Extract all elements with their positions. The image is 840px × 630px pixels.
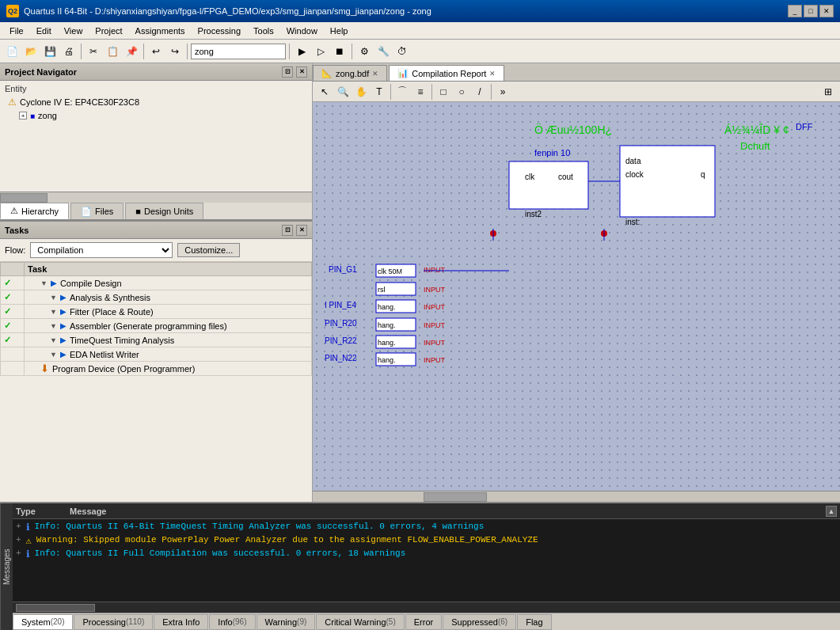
copy-button[interactable]: 📋 xyxy=(104,43,121,60)
expand-triangle[interactable]: ▼ xyxy=(50,294,57,302)
expand-triangle[interactable]: ▼ xyxy=(50,351,57,359)
report-tab-close[interactable]: ✕ xyxy=(489,70,496,78)
table-row[interactable]: ✓ ▼ ▶ Compile Design xyxy=(1,276,312,290)
canvas-scroll-thumb[interactable] xyxy=(424,492,487,502)
customize-button[interactable]: Customize... xyxy=(177,243,240,257)
menu-processing[interactable]: Processing xyxy=(192,25,247,37)
pan-tool[interactable]: ✋ xyxy=(352,83,370,101)
line-tool[interactable]: / xyxy=(471,83,488,101)
entity-section: Entity ⚠ Cyclone IV E: EP4CE30F23C8 + ■ … xyxy=(0,81,312,125)
btm-tab-flag[interactable]: Flag xyxy=(517,614,551,630)
tasks-close-button[interactable]: ✕ xyxy=(296,225,307,236)
stop-button[interactable]: ⏹ xyxy=(331,43,348,60)
nav-close-button[interactable]: ✕ xyxy=(296,66,307,78)
paste-button[interactable]: 📌 xyxy=(123,43,140,60)
layout-tool[interactable]: ⊞ xyxy=(819,83,837,101)
expand-triangle[interactable]: ▼ xyxy=(50,336,57,344)
table-row[interactable]: ✓ ▼ ▶ Fitter (Place & Route) xyxy=(1,305,312,319)
btm-tab-error[interactable]: Error xyxy=(405,614,442,630)
menu-window[interactable]: Window xyxy=(280,25,324,37)
canvas-hscroll[interactable] xyxy=(313,491,840,502)
bdf-tab-close[interactable]: ✕ xyxy=(372,70,378,78)
menu-tools[interactable]: Tools xyxy=(247,25,280,37)
msg-hscroll-thumb[interactable] xyxy=(16,604,95,612)
fitter-button[interactable]: 🔧 xyxy=(374,43,392,60)
msg-expand-icon[interactable]: + xyxy=(16,522,21,531)
entity-input[interactable] xyxy=(191,44,286,59)
new-button[interactable]: 📄 xyxy=(3,43,21,60)
msg-line-3: Info: Quartus II Full Compilation was su… xyxy=(35,548,406,558)
msg-scroll-up[interactable]: ▲ xyxy=(826,506,837,517)
analysis-button[interactable]: ⚙ xyxy=(355,43,373,60)
more-tools[interactable]: » xyxy=(494,83,511,101)
expand-icon[interactable]: + xyxy=(19,112,27,120)
flow-select[interactable]: Compilation xyxy=(30,242,173,258)
btm-tab-processing[interactable]: Processing (110) xyxy=(74,614,153,630)
table-row[interactable]: ✓ ▼ ▶ Analysis & Synthesis xyxy=(1,290,312,305)
tab-bdf[interactable]: 📐 zong.bdf ✕ xyxy=(313,65,387,81)
menu-project[interactable]: Project xyxy=(89,25,128,37)
btm-tab-extra-info[interactable]: Extra Info xyxy=(154,614,208,630)
compile-button[interactable]: ▶ xyxy=(293,43,310,60)
table-row[interactable]: ▼ ▶ EDA Netlist Writer xyxy=(1,347,312,362)
open-button[interactable]: 📂 xyxy=(22,43,40,60)
tab-design-units[interactable]: ■ Design Units xyxy=(125,203,203,219)
btm-tab-warning[interactable]: Warning (9) xyxy=(257,614,316,630)
expand-triangle[interactable]: ▼ xyxy=(50,322,57,330)
canvas-area[interactable]: Ö Æuu½100H¿ Á½¾¼ÎD ¥ ¢ Dchuft DFF fenpin… xyxy=(313,102,840,491)
input1-label: INPUT xyxy=(424,266,446,274)
status-cell xyxy=(1,362,25,376)
menu-file[interactable]: File xyxy=(3,25,30,37)
nav-scroll-thumb[interactable] xyxy=(0,193,48,203)
task-cell: ▼ ▶ Fitter (Place & Route) xyxy=(25,305,312,319)
redo-button[interactable]: ↪ xyxy=(166,43,184,60)
tab-report[interactable]: 📊 Compilation Report ✕ xyxy=(389,65,504,81)
msg-info-icon-1: ℹ xyxy=(26,522,30,533)
menu-help[interactable]: Help xyxy=(324,25,355,37)
rect-tool[interactable]: □ xyxy=(435,83,452,101)
table-row[interactable]: ✓ ▼ ▶ Assembler (Generate programming fi… xyxy=(1,319,312,333)
table-row[interactable]: ✓ ▼ ▶ TimeQuest Timing Analysis xyxy=(1,333,312,347)
table-row[interactable]: ⬇ Program Device (Open Programmer) xyxy=(1,362,312,376)
tasks-float-button[interactable]: ⊡ xyxy=(282,225,293,236)
tab-hierarchy[interactable]: ⚠ Hierarchy xyxy=(0,203,69,219)
text-tool[interactable]: T xyxy=(371,83,388,101)
msg-content: + ℹ Info: Quartus II 64-Bit TimeQuest Ti… xyxy=(13,519,840,602)
print-button[interactable]: 🖨 xyxy=(60,43,78,60)
report-tab-label: Compilation Report xyxy=(412,69,486,78)
circuit-label1: Ö Æuu½100H¿ xyxy=(534,123,612,136)
expand-triangle[interactable]: ▼ xyxy=(40,279,48,287)
nav-scrollbar[interactable] xyxy=(0,192,312,203)
undo-button[interactable]: ↩ xyxy=(147,43,165,60)
msg-hscroll[interactable] xyxy=(13,602,840,613)
msg-expand-icon[interactable]: + xyxy=(16,535,21,545)
wire-tool[interactable]: ⌒ xyxy=(393,83,411,101)
nav-float-button[interactable]: ⊡ xyxy=(282,66,293,78)
project-nav-title: Project Navigator xyxy=(5,67,77,77)
maximize-button[interactable]: □ xyxy=(804,5,818,17)
data-label: data xyxy=(625,157,641,165)
zoom-in-tool[interactable]: 🔍 xyxy=(334,83,352,101)
btm-tab-critical-warning[interactable]: Critical Warning (5) xyxy=(316,614,404,630)
top-level-item[interactable]: + ■ zong xyxy=(17,109,307,122)
save-button[interactable]: 💾 xyxy=(41,43,59,60)
timing-button[interactable]: ⏱ xyxy=(393,43,411,60)
menu-view[interactable]: View xyxy=(58,25,89,37)
minimize-button[interactable]: _ xyxy=(788,5,802,17)
btm-tab-info[interactable]: Info (96) xyxy=(209,614,255,630)
close-button[interactable]: ✕ xyxy=(819,5,834,17)
tab-files[interactable]: 📄 Files xyxy=(70,203,124,219)
pointer-tool[interactable]: ↖ xyxy=(316,83,333,101)
btm-tab-system[interactable]: System (20) xyxy=(13,614,73,630)
cut-button[interactable]: ✂ xyxy=(85,43,102,60)
menu-assignments[interactable]: Assignments xyxy=(129,25,192,37)
counter-block[interactable] xyxy=(509,161,588,209)
circle-tool[interactable]: ○ xyxy=(453,83,470,101)
expand-triangle[interactable]: ▼ xyxy=(50,308,57,316)
msg-expand-icon[interactable]: + xyxy=(16,548,21,558)
tasks-panel: Tasks ⊡ ✕ Flow: Compilation Customize... xyxy=(0,222,312,502)
menu-edit[interactable]: Edit xyxy=(30,25,58,37)
btm-tab-suppressed[interactable]: Suppressed (6) xyxy=(443,614,516,630)
start-button[interactable]: ▷ xyxy=(312,43,329,60)
bus-tool[interactable]: ≡ xyxy=(412,83,429,101)
